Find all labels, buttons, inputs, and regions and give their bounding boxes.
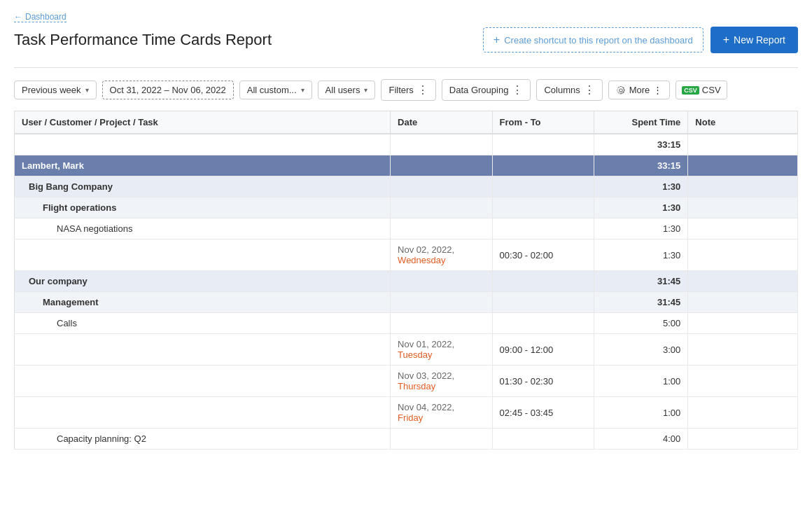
cell-note — [688, 218, 798, 239]
cell-date — [391, 176, 492, 197]
gear-icon — [616, 85, 626, 95]
cell-main: NASA negotiations — [15, 218, 391, 239]
cell-from-to: 02:45 - 03:45 — [492, 397, 594, 429]
back-arrow-icon: ← — [14, 12, 22, 22]
cell-note — [688, 366, 798, 397]
cell-date — [391, 292, 492, 313]
csv-button[interactable]: CSV CSV — [676, 81, 727, 99]
grouping-dots-icon: ⋮ — [512, 83, 523, 97]
toolbar: Previous week ▾ Oct 31, 2022 – Nov 06, 2… — [14, 79, 798, 101]
col-header-main: User / Customer / Project / Task — [15, 111, 391, 134]
columns-label: Columns — [544, 85, 580, 95]
cell-spent: 1:30 — [594, 197, 688, 218]
date-sub: Wednesday — [398, 255, 484, 265]
cell-note — [688, 176, 798, 197]
cell-from-to — [492, 292, 594, 313]
period-label: Previous week — [22, 85, 81, 95]
period-selector[interactable]: Previous week ▾ — [14, 81, 97, 99]
cell-date: Nov 02, 2022,Wednesday — [391, 239, 492, 271]
cell-spent: 1:30 — [594, 218, 688, 239]
customer-selector[interactable]: All custom... ▾ — [239, 81, 312, 99]
cell-from-to — [492, 176, 594, 197]
cell-note — [688, 397, 798, 429]
cell-date: Nov 04, 2022,Friday — [391, 397, 492, 429]
csv-label: CSV — [702, 85, 721, 95]
cell-spent: 31:45 — [594, 271, 688, 292]
cell-date — [391, 429, 492, 450]
table-row: Nov 01, 2022,Tuesday 09:00 - 12:00 3:00 — [15, 334, 798, 366]
page-title: Task Performance Time Cards Report — [14, 31, 272, 49]
cell-note — [688, 313, 798, 334]
filters-button[interactable]: Filters ⋮ — [381, 79, 435, 101]
cell-note — [688, 292, 798, 313]
cell-from-to: 09:00 - 12:00 — [492, 334, 594, 366]
grouping-label: Data Grouping — [449, 85, 509, 95]
cell-date — [391, 271, 492, 292]
cell-spent: 1:00 — [594, 366, 688, 397]
new-report-plus-icon: + — [723, 34, 729, 46]
table-row: Nov 02, 2022,Wednesday 00:30 - 02:00 1:3… — [15, 239, 798, 271]
more-label: More — [629, 85, 650, 95]
cell-from-to — [492, 271, 594, 292]
new-report-button-label: New Report — [734, 34, 785, 46]
table-row: Lambert, Mark 33:15 — [15, 155, 798, 176]
table-row: Nov 03, 2022,Thursday 01:30 - 02:30 1:00 — [15, 366, 798, 397]
filters-label: Filters — [388, 85, 413, 95]
cell-date — [391, 197, 492, 218]
cell-spent: 1:30 — [594, 176, 688, 197]
cell-spent: 33:15 — [594, 134, 688, 155]
columns-button[interactable]: Columns ⋮ — [536, 79, 602, 101]
header-actions: + Create shortcut to this report on the … — [483, 27, 798, 53]
cell-main: Management — [15, 292, 391, 313]
date-sub: Friday — [398, 412, 484, 423]
date-range-label: Oct 31, 2022 – Nov 06, 2022 — [110, 85, 226, 95]
cell-main: Our company — [15, 271, 391, 292]
cell-date: Nov 01, 2022,Tuesday — [391, 334, 492, 366]
cell-spent: 5:00 — [594, 313, 688, 334]
cell-date — [391, 134, 492, 155]
table-header-row: User / Customer / Project / Task Date Fr… — [15, 111, 798, 134]
cell-spent: 3:00 — [594, 334, 688, 366]
date-sub: Tuesday — [398, 349, 484, 360]
cell-main — [15, 134, 391, 155]
table-row: Flight operations 1:30 — [15, 197, 798, 218]
page-header: Task Performance Time Cards Report + Cre… — [14, 27, 798, 53]
cell-from-to — [492, 197, 594, 218]
customer-chevron-icon: ▾ — [301, 86, 304, 94]
cell-note — [688, 429, 798, 450]
shortcut-button[interactable]: + Create shortcut to this report on the … — [483, 27, 704, 53]
cell-note — [688, 271, 798, 292]
cell-spent: 31:45 — [594, 292, 688, 313]
cell-main — [15, 366, 391, 397]
back-link[interactable]: ← Dashboard — [14, 12, 66, 22]
cell-main — [15, 397, 391, 429]
cell-spent: 1:00 — [594, 397, 688, 429]
users-label: All users — [326, 85, 360, 95]
table-row: Capacity planning: Q2 4:00 — [15, 429, 798, 450]
cell-from-to — [492, 134, 594, 155]
grouping-button[interactable]: Data Grouping ⋮ — [442, 79, 531, 101]
users-selector[interactable]: All users ▾ — [318, 81, 376, 99]
date-range-picker[interactable]: Oct 31, 2022 – Nov 06, 2022 — [102, 81, 234, 99]
cell-main — [15, 334, 391, 366]
cell-main: Flight operations — [15, 197, 391, 218]
cell-from-to — [492, 429, 594, 450]
table-row: Calls 5:00 — [15, 313, 798, 334]
cell-date: Nov 03, 2022,Thursday — [391, 366, 492, 397]
table-row: Big Bang Company 1:30 — [15, 176, 798, 197]
back-link-label: Dashboard — [25, 12, 66, 22]
report-table: User / Customer / Project / Task Date Fr… — [14, 111, 798, 450]
plus-icon: + — [493, 34, 500, 46]
new-report-button[interactable]: + New Report — [710, 27, 798, 53]
more-button[interactable]: More ⋮ — [608, 81, 671, 99]
cell-main: Calls — [15, 313, 391, 334]
col-header-spent: Spent Time — [594, 111, 688, 134]
cell-spent: 1:30 — [594, 239, 688, 271]
table-row: Our company 31:45 — [15, 271, 798, 292]
date-sub: Thursday — [398, 381, 484, 391]
cell-from-to: 00:30 - 02:00 — [492, 239, 594, 271]
csv-icon: CSV — [682, 86, 699, 95]
table-row: Management 31:45 — [15, 292, 798, 313]
cell-main: Lambert, Mark — [15, 155, 391, 176]
cell-note — [688, 155, 798, 176]
